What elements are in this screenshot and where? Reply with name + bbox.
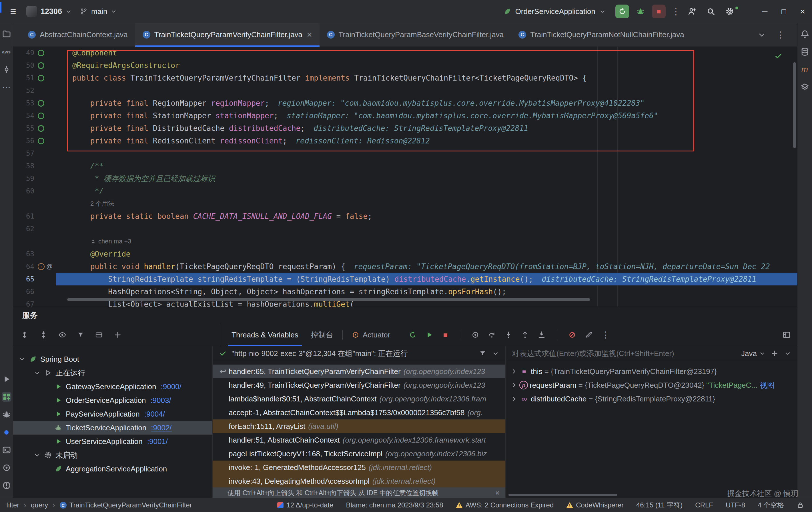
service-item[interactable]: OrderServiceApplication:9003/ (13, 393, 212, 407)
evaluate-expression-field[interactable]: 对表达式求值(Enter)或添加监视(Ctrl+Shift+Enter) Jav… (505, 346, 798, 361)
stack-frame[interactable]: pageListTicketQueryV1:168, TicketService… (213, 447, 505, 460)
tab-actuator[interactable]: Actuator (346, 324, 397, 346)
close-tab-icon[interactable]: × (307, 31, 312, 39)
search-everywhere-icon[interactable] (706, 7, 716, 16)
add-service-icon[interactable] (113, 331, 122, 339)
service-port-link[interactable]: :9000/ (161, 382, 181, 391)
code-with-me-icon[interactable] (687, 7, 697, 16)
bean-gutter-icon[interactable] (38, 75, 44, 82)
caret-position[interactable]: 46:15 (11 字符) (636, 501, 683, 510)
spring-tool-icon[interactable] (2, 427, 11, 437)
service-item[interactable]: TicketServiceApplication:9002/ (13, 421, 212, 434)
code-line[interactable]: 53 private final RegionMapper regionMapp… (13, 97, 798, 110)
hidden-tabs-icon[interactable] (757, 31, 766, 39)
code-line[interactable]: 49@Component (13, 47, 798, 59)
ovr-gutter-icon[interactable]: ↑ (38, 263, 45, 270)
usages-hint[interactable]: 2 个用法 (90, 198, 114, 210)
aws-status[interactable]: AWS: 2 Connections Expired (456, 501, 554, 509)
file-encoding[interactable]: UTF-8 (726, 501, 745, 509)
chevron-right-icon[interactable] (510, 382, 518, 389)
readonly-lock-icon[interactable] (796, 502, 804, 509)
variables-scrollbar[interactable] (509, 494, 617, 496)
tab-options-icon[interactable]: ⋮ (776, 31, 785, 39)
code-line[interactable]: 54 private final StationMapper stationMa… (13, 110, 798, 122)
breadcrumb-item[interactable]: filter (6, 501, 19, 509)
bean-gutter-icon[interactable] (38, 125, 44, 132)
service-item[interactable]: PayServiceApplication:9004/ (13, 407, 212, 421)
bean-gutter-icon[interactable] (38, 100, 44, 107)
run-tool-icon[interactable] (2, 374, 11, 384)
branch-widget[interactable]: main (80, 7, 117, 16)
code-line[interactable]: 56 private final RedissonClient redisson… (13, 134, 798, 147)
view-options-icon[interactable] (58, 331, 66, 339)
chevron-down-icon[interactable] (19, 356, 25, 363)
codewhisperer-status[interactable]: CodeWhisperer (566, 501, 624, 509)
thread-dropdown-icon[interactable] (492, 350, 499, 357)
view-link[interactable]: 视图 (760, 380, 775, 390)
language-selector[interactable]: Java (741, 349, 765, 358)
more-tool-windows-icon[interactable]: ⋯ (2, 82, 11, 92)
code-line[interactable]: 52 (13, 84, 798, 97)
tab-threads-variables[interactable]: Threads & Variables (225, 324, 305, 346)
stack-frame[interactable]: forEach:1511, ArrayList(java.util) (213, 419, 505, 433)
project-tool-icon[interactable] (2, 29, 11, 39)
line-separator[interactable]: CRLF (695, 501, 713, 509)
service-item[interactable]: Spring Boot (13, 352, 212, 366)
services-panel-header[interactable]: 服务 (13, 307, 807, 324)
code-line[interactable]: 62 (13, 222, 798, 235)
editor-tab[interactable]: CTrainTicketQueryParamBaseVerifyChainFil… (320, 23, 511, 47)
variable-row[interactable]: prequestParam = {TicketPageQueryReqDTO@2… (505, 378, 798, 392)
debug-tool-icon[interactable] (2, 410, 11, 419)
chevron-down-icon[interactable] (34, 452, 40, 458)
chevron-down-icon[interactable] (34, 369, 40, 376)
step-into-icon[interactable] (504, 331, 513, 339)
maven-tool-icon[interactable]: m (800, 65, 810, 74)
bean-gutter-icon[interactable] (38, 62, 44, 69)
service-port-link[interactable]: :9004/ (144, 410, 165, 419)
service-item[interactable]: GatewayServiceApplication:9000/ (13, 380, 212, 393)
service-port-link[interactable]: :9003/ (150, 396, 171, 405)
evaluate-expression-icon[interactable] (584, 331, 593, 339)
code-line[interactable]: 63 @Override (13, 248, 798, 260)
mute-breakpoints-icon[interactable] (568, 331, 577, 339)
thread-selector[interactable]: "http-nio-9002-exec-3"@12,304 在组"main": … (213, 346, 505, 361)
run-to-cursor-icon[interactable] (537, 331, 546, 339)
minimize-window-button[interactable]: ─ (755, 0, 774, 23)
code-line[interactable]: 51public class TrainTicketQueryParamVeri… (13, 72, 798, 84)
layout-settings-icon[interactable] (782, 330, 791, 339)
debug-button[interactable] (634, 5, 647, 18)
code-line[interactable]: 57 (13, 147, 798, 160)
bean-gutter-icon[interactable] (38, 113, 44, 119)
stop-button[interactable]: ■ (652, 5, 666, 18)
show-execution-point-icon[interactable] (471, 331, 480, 339)
services-tool-icon[interactable] (2, 392, 11, 402)
resume-program-icon[interactable] (425, 331, 434, 339)
more-debug-actions-icon[interactable]: ⋮ (601, 331, 610, 339)
commit-tool-icon[interactable] (2, 65, 11, 74)
breadcrumb-class[interactable]: C TrainTicketQueryParamVerifyChainFilter (60, 501, 192, 509)
editor-tab[interactable]: CAbstractChainContext.java (21, 23, 135, 47)
code-line[interactable]: 50@RequiredArgsConstructor (13, 59, 798, 72)
more-run-actions-icon[interactable]: ⋮ (671, 7, 680, 16)
chevron-right-icon[interactable] (510, 368, 518, 375)
hide-frames-filter-icon[interactable] (479, 350, 487, 357)
code-line[interactable]: 55 private final DistributedCache distri… (13, 122, 798, 134)
filter-icon[interactable] (77, 331, 84, 338)
expand-watches-icon[interactable] (784, 350, 791, 357)
service-port-link[interactable]: :9002/ (151, 423, 172, 432)
expand-all-icon[interactable] (20, 331, 29, 339)
breadcrumb-item[interactable]: query (31, 501, 48, 509)
at-gutter-icon[interactable]: @ (46, 264, 53, 270)
stack-frame[interactable]: accept:-1, AbstractChainContext$$Lambda$… (213, 406, 505, 419)
service-item[interactable]: UserServiceApplication:9001/ (13, 434, 212, 448)
stack-frame[interactable]: ↩handler:65, TrainTicketQueryParamVerify… (213, 365, 505, 378)
stop-process-icon[interactable]: ■ (442, 331, 449, 338)
service-item[interactable]: 正在运行 (13, 366, 212, 380)
dependencies-tool-icon[interactable] (800, 82, 810, 92)
code-editor[interactable]: 49@Component50@RequiredArgsConstructor51… (13, 47, 798, 307)
service-item[interactable]: AggregationServiceApplication (13, 462, 212, 476)
editor-tab[interactable]: CTrainTicketQueryParamVerifyChainFilter.… (135, 23, 320, 47)
maximize-window-button[interactable]: □ (774, 0, 793, 23)
code-line[interactable]: 60 */ (13, 185, 798, 198)
profiler-tool-icon[interactable] (2, 463, 11, 473)
